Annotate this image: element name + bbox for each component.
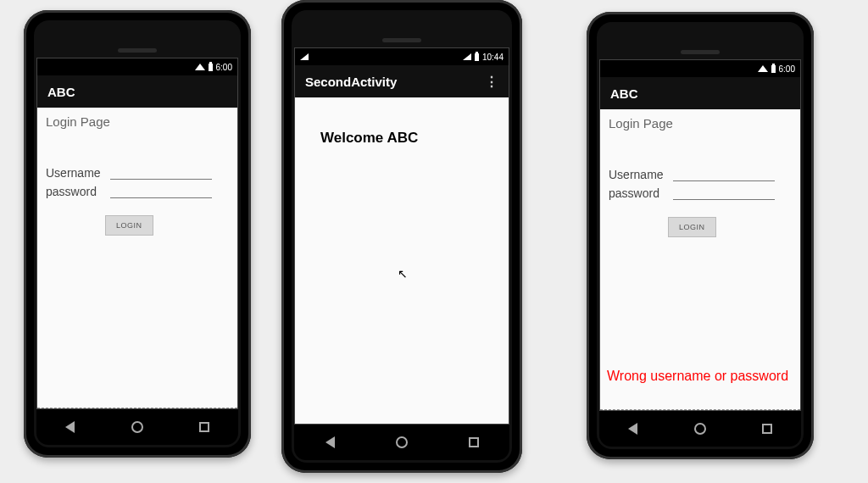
screen: 10:44 SecondActivity ⋮ Welcome ABC ↖ — [294, 47, 509, 425]
wifi-icon — [758, 65, 768, 72]
login-form: Username password LOGIN — [600, 130, 800, 237]
username-label: Username — [46, 166, 105, 180]
nav-recent-button[interactable] — [459, 427, 489, 458]
recent-icon — [199, 422, 209, 432]
battery-icon — [771, 65, 776, 73]
login-button[interactable]: LOGIN — [105, 215, 153, 236]
welcome-content: Welcome ABC ↖ — [295, 97, 509, 424]
nav-back-button[interactable] — [618, 414, 648, 444]
phone-top-bezel — [292, 10, 512, 47]
recent-icon — [469, 437, 479, 447]
error-message: Wrong username or password — [607, 369, 788, 384]
username-row: Username — [609, 164, 792, 181]
nav-bar — [294, 425, 509, 460]
password-row: password — [609, 183, 792, 200]
speaker-slot — [382, 38, 421, 42]
nav-bar — [36, 409, 238, 445]
password-label: password — [609, 186, 668, 200]
phone-top-bezel — [597, 22, 804, 59]
login-content: Login Page Username password LOGIN Wrong… — [600, 109, 800, 410]
phone-top-bezel — [34, 20, 241, 58]
nav-bar — [599, 411, 801, 447]
page-title: Login Page — [37, 108, 237, 129]
screen: 6:00 ABC Login Page Username password LO… — [599, 59, 801, 411]
password-row: password — [46, 181, 229, 198]
phone-body: 6:00 ABC Login Page Username password LO… — [34, 20, 241, 447]
username-input[interactable] — [110, 163, 212, 180]
nav-recent-button[interactable] — [189, 412, 220, 442]
app-bar: SecondActivity ⋮ — [295, 65, 509, 97]
login-form: Username password LOGIN — [37, 129, 237, 236]
speaker-slot — [681, 50, 720, 54]
nav-home-button[interactable] — [387, 427, 417, 458]
back-icon — [65, 421, 75, 433]
signal-icon — [463, 53, 471, 60]
nav-back-button[interactable] — [314, 427, 345, 458]
password-label: password — [46, 185, 105, 198]
phone-body: 10:44 SecondActivity ⋮ Welcome ABC ↖ — [292, 10, 512, 463]
page-title: Login Page — [600, 109, 800, 130]
home-icon — [131, 421, 143, 433]
phone-mockup-login: 6:00 ABC Login Page Username password LO… — [24, 10, 251, 458]
status-left-icons — [300, 53, 309, 60]
nav-back-button[interactable] — [55, 412, 86, 442]
phone-body: 6:00 ABC Login Page Username password LO… — [597, 22, 804, 449]
status-bar: 6:00 — [37, 58, 237, 75]
status-time: 6:00 — [216, 63, 232, 72]
back-icon — [326, 436, 335, 448]
app-bar: ABC — [37, 75, 237, 108]
login-button[interactable]: LOGIN — [668, 217, 716, 237]
status-time: 10:44 — [482, 53, 504, 62]
battery-icon — [475, 53, 479, 61]
password-input[interactable] — [110, 181, 212, 198]
app-title: ABC — [47, 85, 75, 99]
status-bar: 10:44 — [295, 48, 509, 65]
overflow-icon[interactable]: ⋮ — [485, 74, 498, 90]
phone-mockup-welcome: 10:44 SecondActivity ⋮ Welcome ABC ↖ — [281, 0, 522, 473]
nav-home-button[interactable] — [685, 414, 715, 444]
welcome-text: Welcome ABC — [295, 97, 509, 147]
username-input[interactable] — [673, 164, 775, 181]
status-time: 6:00 — [779, 64, 795, 74]
app-title: SecondActivity — [305, 75, 397, 89]
app-title: ABC — [610, 86, 638, 101]
phone-mockup-error: 6:00 ABC Login Page Username password LO… — [587, 12, 814, 459]
signal-icon — [300, 53, 309, 60]
battery-icon — [209, 64, 213, 71]
recent-icon — [762, 424, 772, 434]
home-icon — [694, 423, 706, 435]
wifi-icon — [195, 64, 205, 70]
nav-home-button[interactable] — [122, 412, 153, 442]
cursor-icon: ↖ — [398, 267, 408, 280]
nav-recent-button[interactable] — [752, 414, 782, 444]
status-bar: 6:00 — [600, 60, 800, 77]
login-content: Login Page Username password LOGIN — [37, 108, 237, 408]
username-row: Username — [46, 163, 229, 180]
screen: 6:00 ABC Login Page Username password LO… — [36, 58, 238, 409]
back-icon — [628, 423, 637, 435]
speaker-slot — [118, 48, 157, 53]
home-icon — [396, 436, 408, 448]
password-input[interactable] — [673, 183, 775, 200]
username-label: Username — [609, 168, 668, 181]
app-bar: ABC — [600, 77, 800, 109]
